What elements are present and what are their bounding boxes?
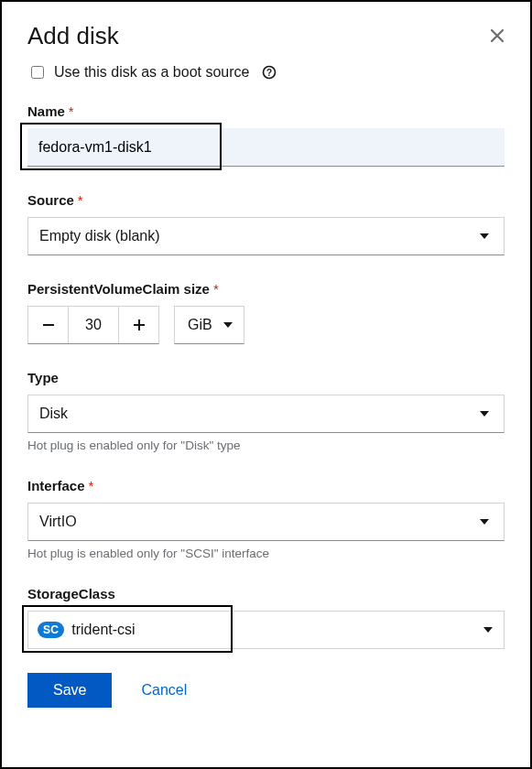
- interface-value: VirtIO: [39, 514, 77, 530]
- interface-select[interactable]: VirtIO: [27, 503, 505, 541]
- interface-field: Interface* VirtIO Hot plug is enabled on…: [27, 478, 505, 560]
- caret-down-icon: [480, 411, 489, 417]
- type-field: Type Disk Hot plug is enabled only for "…: [27, 370, 505, 452]
- save-button[interactable]: Save: [27, 673, 112, 708]
- caret-down-icon: [223, 322, 233, 328]
- required-marker: *: [89, 478, 94, 493]
- plus-icon: [134, 320, 145, 330]
- source-value: Empty disk (blank): [39, 228, 160, 244]
- dialog-header: Add disk: [27, 22, 505, 50]
- required-marker: *: [69, 103, 74, 119]
- caret-down-icon: [483, 627, 493, 633]
- type-value: Disk: [39, 406, 68, 422]
- pvc-unit-value: GiB: [188, 317, 212, 333]
- boot-source-checkbox[interactable]: [31, 66, 44, 79]
- dialog-actions: Save Cancel: [27, 673, 505, 708]
- caret-down-icon: [480, 519, 489, 525]
- pvc-increment-button[interactable]: [118, 307, 158, 343]
- pvc-size-label: PersistentVolumeClaim size*: [27, 281, 505, 297]
- storageclass-field: StorageClass SC trident-csi: [27, 586, 505, 649]
- storageclass-select[interactable]: SC trident-csi: [27, 611, 505, 649]
- required-marker: *: [78, 192, 83, 208]
- type-hint: Hot plug is enabled only for "Disk" type: [27, 439, 505, 452]
- storageclass-badge: SC: [38, 622, 64, 638]
- interface-label: Interface*: [27, 478, 505, 493]
- pvc-size-value[interactable]: 30: [69, 307, 118, 343]
- minus-icon: [43, 324, 54, 326]
- pvc-unit-select[interactable]: GiB: [174, 306, 244, 344]
- name-field: Name*: [27, 103, 505, 167]
- interface-hint: Hot plug is enabled only for "SCSI" inte…: [27, 547, 505, 560]
- name-input[interactable]: [27, 128, 505, 167]
- svg-text:?: ?: [266, 68, 272, 78]
- storageclass-label: StorageClass: [27, 586, 505, 601]
- required-marker: *: [213, 281, 219, 297]
- type-select[interactable]: Disk: [27, 395, 505, 433]
- close-icon: [490, 28, 505, 43]
- caret-down-icon: [480, 233, 489, 239]
- svg-rect-2: [43, 324, 54, 326]
- cancel-button[interactable]: Cancel: [137, 675, 190, 706]
- add-disk-dialog: Add disk Use this disk as a boot source …: [0, 0, 532, 769]
- boot-source-row: Use this disk as a boot source ?: [27, 63, 505, 81]
- name-label: Name*: [27, 103, 505, 119]
- pvc-size-field: PersistentVolumeClaim size* 30 GiB: [27, 281, 505, 344]
- pvc-size-stepper: 30: [27, 306, 159, 344]
- pvc-decrement-button[interactable]: [28, 307, 69, 343]
- source-field: Source* Empty disk (blank): [27, 192, 505, 255]
- svg-rect-4: [134, 324, 145, 326]
- type-label: Type: [27, 370, 505, 385]
- source-select[interactable]: Empty disk (blank): [27, 217, 505, 255]
- close-button[interactable]: [490, 27, 505, 47]
- boot-source-help[interactable]: ?: [262, 65, 277, 80]
- help-icon: ?: [262, 65, 277, 80]
- boot-source-label: Use this disk as a boot source: [54, 64, 249, 81]
- dialog-title: Add disk: [27, 22, 119, 50]
- storageclass-value: trident-csi: [71, 622, 135, 638]
- source-label: Source*: [27, 192, 505, 208]
